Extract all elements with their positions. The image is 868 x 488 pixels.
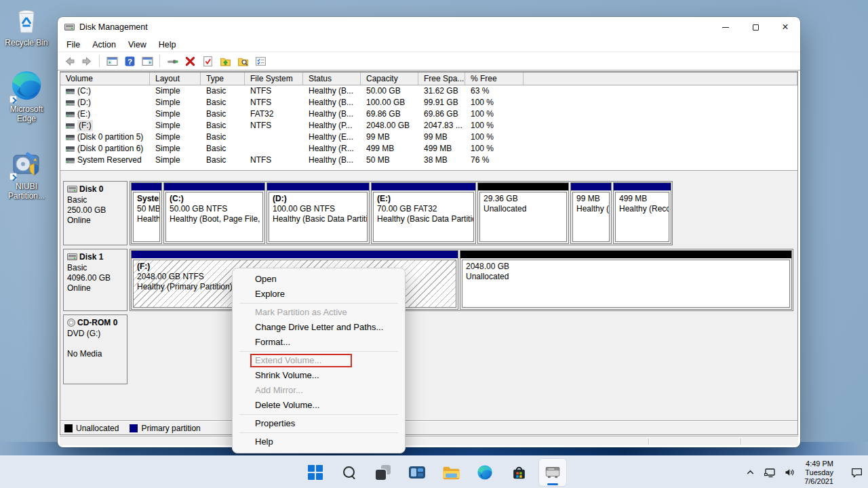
desktop-icon-microsoft-edge[interactable]: Microsoft Edge xyxy=(0,68,53,123)
disk-info-line: DVD (G:) xyxy=(67,329,123,339)
volume-cell: Simple xyxy=(150,85,201,97)
menu-item-properties[interactable]: Properties xyxy=(233,416,405,431)
disk-label-panel[interactable]: Disk 1Basic4096.00 GBOnline xyxy=(63,249,127,311)
menu-item-change-drive-letter-and-paths[interactable]: Change Drive Letter and Paths... xyxy=(233,320,405,335)
partition-body[interactable]: (C:)50.00 GB NTFSHealthy (Boot, Page Fil… xyxy=(165,192,263,242)
notification-center-icon[interactable] xyxy=(849,463,864,482)
edge-icon xyxy=(476,464,494,481)
menu-item-mark-partition-as-active: Mark Partition as Active xyxy=(233,305,405,320)
column-header[interactable]: File System xyxy=(245,73,303,85)
back-button[interactable] xyxy=(62,54,77,68)
volume-row[interactable]: System ReservedSimpleBasicNTFSHealthy (B… xyxy=(60,155,797,166)
column-header[interactable]: Layout xyxy=(150,73,201,85)
column-header[interactable]: % Free xyxy=(465,73,524,85)
column-header[interactable]: Free Spa... xyxy=(418,73,465,85)
volume-cell: 499 MB xyxy=(418,143,465,155)
partition[interactable]: (E:)70.00 GB FAT32Healthy (Basic Data Pa… xyxy=(371,182,476,244)
titlebar[interactable]: Disk Management × xyxy=(58,17,800,37)
partition-body[interactable]: 29.36 GBUnallocated xyxy=(479,192,567,242)
partition-body[interactable]: System50 MB NHealthy xyxy=(133,192,160,242)
volume-row[interactable]: (Disk 0 partition 5)SimpleBasicHealthy (… xyxy=(60,131,797,143)
column-header[interactable]: Capacity xyxy=(361,73,418,85)
disk-label-panel[interactable]: Disk 0Basic250.00 GBOnline xyxy=(63,181,127,245)
volume-cell xyxy=(524,85,797,97)
menu-item-open[interactable]: Open xyxy=(233,272,405,287)
menu-item-delete-volume[interactable]: Delete Volume... xyxy=(233,398,405,413)
volume-cell: NTFS xyxy=(245,85,303,97)
menubar-item-help[interactable]: Help xyxy=(153,37,182,52)
menubar-item-view[interactable]: View xyxy=(122,37,153,52)
column-header[interactable] xyxy=(524,73,797,85)
column-header[interactable]: Status xyxy=(303,73,361,85)
search-button[interactable] xyxy=(336,459,363,486)
menubar-item-action[interactable]: Action xyxy=(86,37,122,52)
partition[interactable]: (D:)100.00 GB NTFSHealthy (Basic Data Pa… xyxy=(267,182,370,244)
volume-cell: Simple xyxy=(150,97,201,108)
partition[interactable]: 499 MBHealthy (Reco xyxy=(613,182,671,244)
menu-separator xyxy=(239,351,398,352)
volume-row[interactable]: (E:)SimpleBasicFAT32Healthy (B...69.86 G… xyxy=(60,108,797,120)
disk-info-line: No Media xyxy=(67,349,123,359)
partition-text-line: 50.00 GB NTFS xyxy=(170,204,259,214)
disk-info-line: Basic xyxy=(67,195,123,205)
menubar-item-file[interactable]: File xyxy=(60,37,86,52)
partition-body[interactable]: (E:)70.00 GB FAT32Healthy (Basic Data Pa… xyxy=(373,192,474,242)
file-explorer-button[interactable] xyxy=(437,459,465,486)
partition[interactable]: System50 MB NHealthy xyxy=(131,182,162,244)
store-button[interactable] xyxy=(505,459,532,486)
show-console-tree-button[interactable] xyxy=(104,54,119,68)
volume-row[interactable]: (Disk 0 partition 6)SimpleBasicHealthy (… xyxy=(60,143,797,155)
task-view-button[interactable] xyxy=(370,459,397,486)
partition[interactable]: 29.36 GBUnallocated xyxy=(477,182,569,244)
delete-button[interactable] xyxy=(182,54,197,68)
partition-body[interactable]: 99 MBHealthy ( xyxy=(572,192,610,242)
partition-band xyxy=(267,183,369,190)
partition-text-line: 99 MB xyxy=(576,194,606,204)
volume-icon[interactable] xyxy=(782,463,797,482)
volume-cell: 99.91 GB xyxy=(418,97,465,108)
volume-row[interactable]: (D:)SimpleBasicNTFSHealthy (B...100.00 G… xyxy=(60,97,797,108)
menu-item-explore[interactable]: Explore xyxy=(233,287,405,302)
desktop-icon-niubi-partition[interactable]: NIUBI Partition... xyxy=(0,148,53,201)
folder-find-button[interactable] xyxy=(235,54,250,68)
menu-item-shrink-volume[interactable]: Shrink Volume... xyxy=(233,368,405,383)
disk-label-panel[interactable]: CD-ROM 0DVD (G:) No Media xyxy=(63,314,127,384)
folder-up-button[interactable] xyxy=(218,54,233,68)
disk-management-taskbar-button[interactable] xyxy=(539,459,566,486)
desktop-icon-recycle-bin[interactable]: Recycle Bin xyxy=(0,4,53,47)
help-button[interactable]: ? xyxy=(122,54,137,68)
network-icon[interactable] xyxy=(762,463,777,482)
partition-body[interactable]: 2048.00 GBUnallocated xyxy=(462,260,790,308)
volume-row[interactable]: (F:)SimpleBasicNTFSHealthy (P...2048.00 … xyxy=(60,120,797,131)
widgets-button[interactable] xyxy=(403,459,431,486)
menu-item-help[interactable]: Help xyxy=(233,434,405,449)
maximize-button[interactable] xyxy=(741,17,770,37)
forward-button[interactable] xyxy=(79,54,94,68)
partition[interactable]: 2048.00 GBUnallocated xyxy=(460,250,792,310)
partition-band xyxy=(132,251,458,258)
partition-body[interactable]: 499 MBHealthy (Reco xyxy=(615,192,669,242)
action-tool-button[interactable] xyxy=(165,54,180,68)
column-header[interactable]: Volume xyxy=(60,73,150,85)
partition[interactable]: (C:)50.00 GB NTFSHealthy (Boot, Page Fil… xyxy=(163,182,265,244)
taskbar-clock[interactable]: 4:49 PM Tuesday 7/6/2021 xyxy=(802,460,836,486)
volume-icon xyxy=(66,123,75,129)
minimize-button[interactable] xyxy=(711,17,741,37)
edge-button[interactable] xyxy=(471,459,498,486)
partition-text-line: 70.00 GB FAT32 xyxy=(377,204,470,214)
volume-cell: Basic xyxy=(201,108,245,120)
tray-chevron-up-icon[interactable] xyxy=(743,463,757,482)
start-button[interactable] xyxy=(302,459,329,486)
partition[interactable]: 99 MBHealthy ( xyxy=(570,182,612,244)
desktop-icon-label: NIUBI Partition... xyxy=(0,182,53,201)
properties-list-button[interactable] xyxy=(253,54,268,68)
volume-cell xyxy=(524,131,797,143)
menu-item-format[interactable]: Format... xyxy=(233,335,405,350)
show-action-pane-button[interactable] xyxy=(140,54,155,68)
commit-check-button[interactable] xyxy=(200,54,215,68)
volume-row[interactable]: (C:)SimpleBasicNTFSHealthy (B...50.00 GB… xyxy=(60,85,797,97)
close-button[interactable]: × xyxy=(770,17,800,37)
taskbar-center-icons xyxy=(0,456,868,488)
partition-body[interactable]: (D:)100.00 GB NTFSHealthy (Basic Data Pa… xyxy=(269,192,368,242)
column-header[interactable]: Type xyxy=(201,73,245,85)
